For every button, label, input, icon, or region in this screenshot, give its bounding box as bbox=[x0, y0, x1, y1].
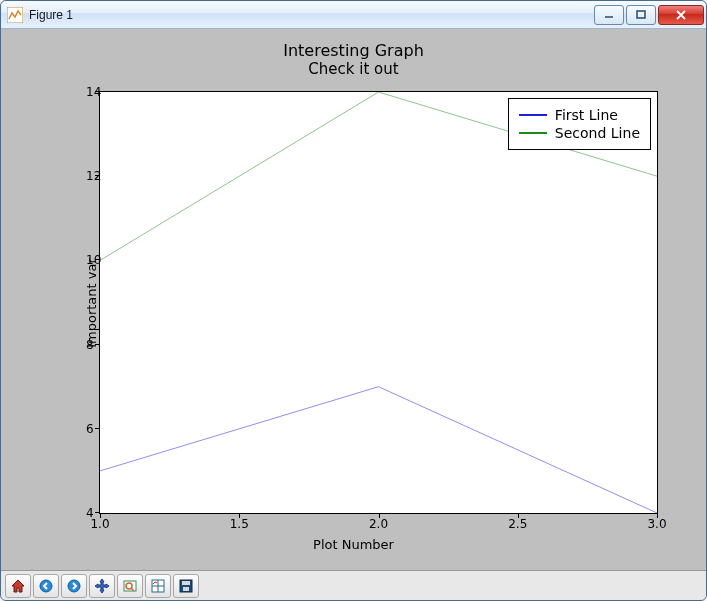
x-tick-mark bbox=[379, 513, 380, 518]
x-tick-label: 2.5 bbox=[508, 517, 527, 531]
titlebar[interactable]: Figure 1 bbox=[1, 1, 706, 29]
legend-label-first: First Line bbox=[555, 107, 618, 123]
chart-subtitle: Check it out bbox=[19, 60, 688, 78]
close-button[interactable] bbox=[658, 5, 704, 25]
line-series-0 bbox=[100, 387, 657, 513]
x-tick-label: 1.5 bbox=[230, 517, 249, 531]
pan-button[interactable] bbox=[89, 574, 115, 598]
legend-swatch-first bbox=[519, 114, 547, 116]
nav-toolbar bbox=[1, 570, 706, 600]
x-tick-label: 2.0 bbox=[369, 517, 388, 531]
svg-rect-12 bbox=[182, 581, 190, 585]
minimize-button[interactable] bbox=[594, 5, 624, 25]
subplots-button[interactable] bbox=[145, 574, 171, 598]
home-button[interactable] bbox=[5, 574, 31, 598]
y-tick-mark bbox=[95, 175, 100, 176]
window-buttons bbox=[592, 5, 704, 25]
forward-button[interactable] bbox=[61, 574, 87, 598]
y-tick-label: 14 bbox=[86, 85, 90, 99]
y-tick-label: 12 bbox=[86, 169, 90, 183]
y-tick-mark bbox=[95, 91, 100, 92]
x-axis-label: Plot Number bbox=[313, 537, 394, 552]
legend-label-second: Second Line bbox=[555, 125, 640, 141]
save-button[interactable] bbox=[173, 574, 199, 598]
svg-rect-13 bbox=[183, 587, 189, 591]
svg-rect-2 bbox=[637, 11, 645, 18]
y-tick-label: 6 bbox=[86, 422, 90, 436]
y-tick-label: 4 bbox=[86, 506, 90, 520]
axes[interactable]: First Line Second Line 468101214 1.01.52… bbox=[99, 91, 658, 514]
maximize-button[interactable] bbox=[626, 5, 656, 25]
svg-point-3 bbox=[40, 580, 52, 592]
window-title: Figure 1 bbox=[29, 8, 592, 22]
x-tick-label: 1.0 bbox=[90, 517, 109, 531]
chart-title: Interesting Graph bbox=[19, 41, 688, 60]
matplotlib-icon bbox=[7, 7, 23, 23]
x-tick-label: 3.0 bbox=[647, 517, 666, 531]
zoom-button[interactable] bbox=[117, 574, 143, 598]
x-tick-mark bbox=[100, 513, 101, 518]
legend-item-first: First Line bbox=[519, 107, 640, 123]
figure-canvas: Interesting Graph Check it out First Lin… bbox=[1, 29, 706, 600]
plot-area: Interesting Graph Check it out First Lin… bbox=[19, 41, 688, 564]
chart-lines bbox=[100, 92, 657, 513]
figure-window: Figure 1 Interesting Graph Check it out bbox=[0, 0, 707, 601]
legend-swatch-second bbox=[519, 132, 547, 134]
legend-item-second: Second Line bbox=[519, 125, 640, 141]
y-tick-mark bbox=[95, 428, 100, 429]
svg-point-4 bbox=[68, 580, 80, 592]
legend: First Line Second Line bbox=[508, 98, 651, 150]
x-tick-mark bbox=[657, 513, 658, 518]
y-axis-label: Important var bbox=[84, 258, 99, 348]
back-button[interactable] bbox=[33, 574, 59, 598]
x-tick-mark bbox=[518, 513, 519, 518]
x-tick-mark bbox=[239, 513, 240, 518]
